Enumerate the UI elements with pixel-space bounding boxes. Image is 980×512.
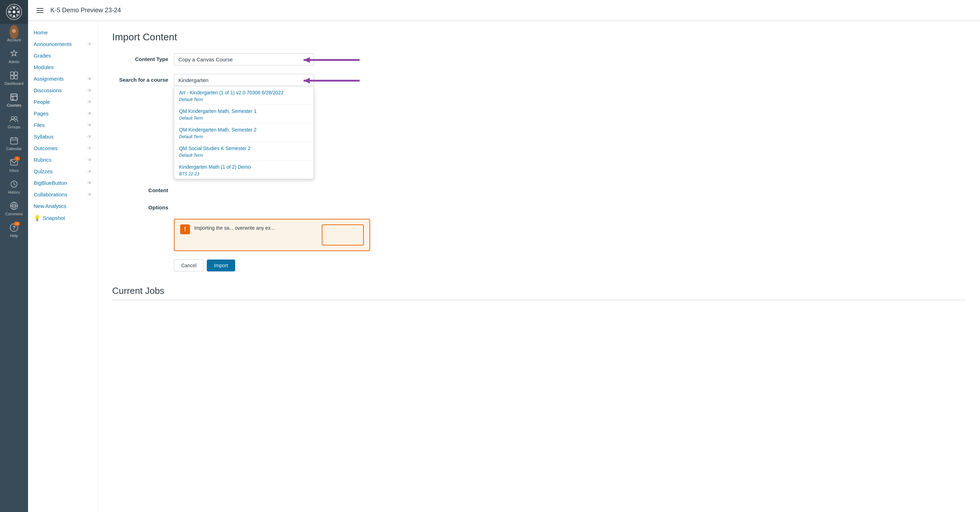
warning-banner: ! Importing the sa... overwrite any ex..…: [174, 219, 370, 251]
discussions-visibility-icon[interactable]: 👁: [87, 88, 92, 93]
course-nav-discussions[interactable]: Discussions 👁: [28, 85, 98, 96]
account-label: Account: [7, 38, 21, 42]
account-avatar: [10, 27, 19, 37]
svg-point-19: [11, 116, 14, 119]
cancel-button[interactable]: Cancel: [174, 260, 204, 271]
dashboard-label: Dashboard: [5, 81, 24, 86]
course-nav-announcements[interactable]: Announcements 👁: [28, 38, 98, 50]
commons-icon: [10, 201, 19, 211]
rubrics-visibility-icon[interactable]: 👁: [87, 157, 92, 163]
nav-item-calendar[interactable]: Calendar: [0, 132, 28, 154]
dropdown-item-title-3: QM Social Studies K Semester 2: [179, 145, 309, 151]
svg-rect-12: [11, 72, 14, 75]
hamburger-menu[interactable]: [35, 7, 45, 14]
options-row: Options: [112, 202, 966, 211]
content-type-wrapper: [174, 53, 314, 65]
import-button[interactable]: Import: [207, 260, 235, 271]
groups-label: Groups: [8, 125, 20, 129]
course-nav-collaborations[interactable]: Collaborations 👁: [28, 189, 98, 200]
calendar-icon: [10, 136, 19, 145]
course-dropdown: Art - Kindergarten (1 of 1) v2.0 70308 6…: [174, 86, 314, 179]
assignments-visibility-icon[interactable]: 👁: [87, 76, 92, 82]
snapshot-emoji-icon: 💡: [33, 215, 41, 221]
inbox-label: Inbox: [10, 168, 19, 172]
dropdown-item-1[interactable]: QM Kindergarten Math, Semester 1 Default…: [174, 105, 314, 123]
syllabus-visibility-icon[interactable]: 👁: [87, 134, 92, 140]
content-row: Content: [112, 185, 966, 193]
course-nav-assignments[interactable]: Assignments 👁: [28, 73, 98, 85]
dropdown-item-sub-1: Default Term: [179, 116, 203, 121]
admin-icon: [10, 49, 19, 58]
page-title: Import Content: [112, 32, 966, 43]
people-visibility-icon[interactable]: 👁: [87, 99, 92, 105]
nav-item-commons[interactable]: Commons: [0, 198, 28, 220]
help-label: Help: [10, 234, 18, 238]
content-type-label: Content Type: [112, 53, 168, 62]
outcomes-visibility-icon[interactable]: 👁: [87, 145, 92, 151]
search-course-wrapper: Art - Kindergarten (1 of 1) v2.0 70308 6…: [174, 74, 314, 86]
content-type-row: Content Type: [112, 53, 966, 65]
svg-point-9: [13, 11, 16, 13]
current-jobs-title: Current Jobs: [112, 286, 966, 296]
nav-item-inbox[interactable]: 3 Inbox: [0, 154, 28, 176]
svg-rect-15: [14, 76, 18, 79]
course-nav-bigbluebutton[interactable]: BigBlueButton 👁: [28, 177, 98, 189]
course-nav-newanalytics[interactable]: New Analytics: [28, 200, 98, 212]
files-visibility-icon[interactable]: 👁: [87, 123, 92, 128]
dropdown-item-3[interactable]: QM Social Studies K Semester 2 Default T…: [174, 142, 314, 161]
course-nav-pages[interactable]: Pages 👁: [28, 108, 98, 119]
dropdown-item-sub-0: Default Term: [179, 97, 203, 102]
collaborations-visibility-icon[interactable]: 👁: [87, 192, 92, 198]
dropdown-item-0[interactable]: Art - Kindergarten (1 of 1) v2.0 70308 6…: [174, 86, 314, 105]
course-nav-modules[interactable]: Modules: [28, 61, 98, 73]
content-type-input[interactable]: [174, 53, 314, 65]
course-nav-quizzes[interactable]: Quizzes 👁: [28, 166, 98, 177]
course-nav-rubrics[interactable]: Rubrics 👁: [28, 154, 98, 166]
nav-item-groups[interactable]: Groups: [0, 111, 28, 132]
nav-item-history[interactable]: History: [0, 176, 28, 198]
section-divider: [112, 300, 966, 300]
announcements-visibility-icon[interactable]: 👁: [87, 41, 92, 47]
nav-item-help[interactable]: ? 10 Help: [0, 220, 28, 241]
content-label: Content: [112, 185, 168, 193]
courses-icon: [10, 93, 19, 102]
nav-item-account[interactable]: Account: [0, 24, 28, 46]
course-nav-files[interactable]: Files 👁: [28, 119, 98, 131]
warning-icon: !: [180, 225, 190, 234]
course-nav-people[interactable]: People 👁: [28, 96, 98, 108]
commons-label: Commons: [5, 212, 23, 216]
canvas-logo[interactable]: [0, 0, 28, 24]
course-nav-syllabus[interactable]: Syllabus 👁: [28, 131, 98, 142]
course-nav-home[interactable]: Home: [28, 27, 98, 38]
calendar-label: Calendar: [6, 147, 22, 151]
dropdown-item-4[interactable]: Kindergarten Math (1 of 2) Demo BTS 22-2…: [174, 161, 314, 179]
quizzes-visibility-icon[interactable]: 👁: [87, 169, 92, 174]
groups-icon: [10, 114, 19, 123]
dropdown-item-sub-4: BTS 22-23: [179, 171, 199, 176]
nav-item-admin[interactable]: Admin: [0, 46, 28, 67]
inbox-icon: 3: [10, 158, 19, 167]
svg-point-20: [14, 116, 17, 119]
course-nav-outcomes[interactable]: Outcomes 👁: [28, 142, 98, 154]
course-nav-snapshot[interactable]: 💡 Snapshot: [28, 212, 98, 224]
search-course-input[interactable]: [174, 74, 314, 86]
svg-rect-21: [11, 138, 18, 144]
nav-item-courses[interactable]: Courses: [0, 89, 28, 111]
dropdown-item-2[interactable]: QM Kindergarten Math, Semester 2 Default…: [174, 123, 314, 142]
course-nav: Home Announcements 👁 Grades Modules Assi…: [28, 21, 98, 512]
course-nav-grades[interactable]: Grades: [28, 50, 98, 61]
dropdown-item-sub-3: Default Term: [179, 153, 203, 158]
admin-label: Admin: [8, 60, 19, 64]
dropdown-item-title-2: QM Kindergarten Math, Semester 2: [179, 127, 309, 132]
svg-point-5: [10, 8, 12, 10]
svg-point-10: [12, 29, 16, 33]
main-content: Import Content Content Type S: [98, 21, 980, 512]
dropdown-item-title-0: Art - Kindergarten (1 of 1) v2.0 70308 6…: [179, 90, 309, 96]
bigbluebutton-visibility-icon[interactable]: 👁: [87, 180, 92, 186]
help-icon: ? 10: [10, 223, 19, 232]
nav-item-dashboard[interactable]: Dashboard: [0, 67, 28, 89]
global-nav: Account Admin Dashboard: [0, 0, 28, 512]
dropdown-item-sub-2: Default Term: [179, 134, 203, 139]
pages-visibility-icon[interactable]: 👁: [87, 111, 92, 116]
button-row: Cancel Import: [174, 260, 966, 271]
